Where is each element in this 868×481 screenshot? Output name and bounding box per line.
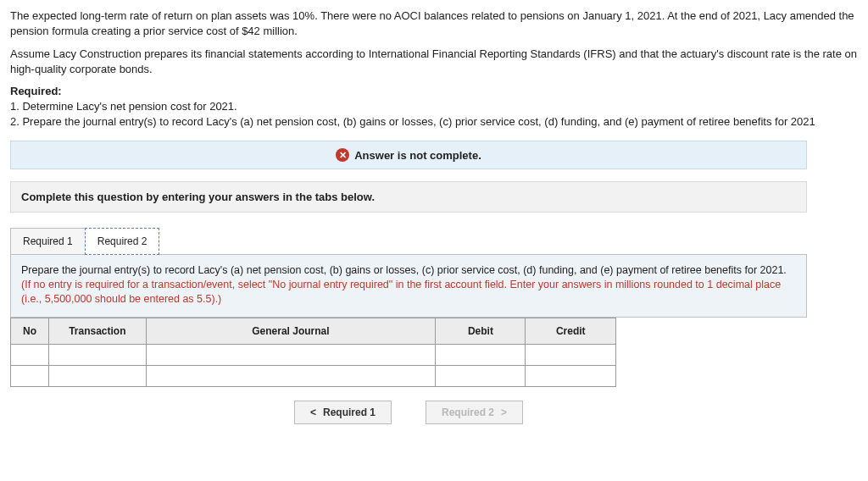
cell-gj[interactable] <box>146 344 436 365</box>
tab-strip: Required 1 Required 2 <box>10 228 807 255</box>
prev-button[interactable]: < Required 1 <box>294 401 392 424</box>
prev-button-label: Required 1 <box>323 406 376 418</box>
col-header-no: No <box>11 318 49 344</box>
cell-trans[interactable] <box>49 344 146 365</box>
cell-debit[interactable] <box>436 365 526 386</box>
cell-trans[interactable] <box>49 365 146 386</box>
chevron-right-icon: > <box>501 406 507 418</box>
nav-row: < Required 1 Required 2 > <box>10 401 807 424</box>
table-row <box>11 344 616 365</box>
cell-credit[interactable] <box>526 344 616 365</box>
required-item-2: 2. Prepare the journal entry(s) to recor… <box>10 114 858 130</box>
instruction-bar: Complete this question by entering your … <box>10 181 807 213</box>
problem-intro: The expected long-term rate of return on… <box>10 8 858 129</box>
cell-no[interactable] <box>11 344 49 365</box>
col-header-debit: Debit <box>436 318 526 344</box>
intro-paragraph-1: The expected long-term rate of return on… <box>10 8 858 38</box>
next-button-label: Required 2 <box>442 406 494 418</box>
col-header-transaction: Transaction <box>49 318 146 344</box>
tab-required-1[interactable]: Required 1 <box>10 228 86 255</box>
intro-paragraph-2: Assume Lacy Construction prepares its fi… <box>10 47 858 76</box>
tab-body-hint: (If no entry is required for a transacti… <box>21 279 781 305</box>
journal-table: No Transaction General Journal Debit Cre… <box>10 318 616 387</box>
table-row <box>11 365 616 386</box>
next-button[interactable]: Required 2 > <box>426 401 523 424</box>
required-list: 1. Determine Lacy's net pension cost for… <box>10 99 858 129</box>
answer-panel: ✕ Answer is not complete. Complete this … <box>10 141 807 424</box>
tab-required-2[interactable]: Required 2 <box>85 228 160 255</box>
table-header-row: No Transaction General Journal Debit Cre… <box>11 318 616 344</box>
error-icon: ✕ <box>336 148 349 162</box>
cell-credit[interactable] <box>526 365 616 386</box>
status-bar: ✕ Answer is not complete. <box>10 141 807 169</box>
required-item-1: 1. Determine Lacy's net pension cost for… <box>10 99 858 114</box>
tab-body: Prepare the journal entry(s) to record L… <box>10 254 807 318</box>
cell-debit[interactable] <box>436 344 526 365</box>
col-header-general-journal: General Journal <box>146 318 436 344</box>
status-text: Answer is not complete. <box>354 149 481 162</box>
required-label: Required: <box>10 85 858 97</box>
chevron-left-icon: < <box>310 406 316 418</box>
cell-gj[interactable] <box>146 365 436 386</box>
cell-no[interactable] <box>11 365 49 386</box>
tab-body-text: Prepare the journal entry(s) to record L… <box>21 264 787 276</box>
col-header-credit: Credit <box>526 318 616 344</box>
